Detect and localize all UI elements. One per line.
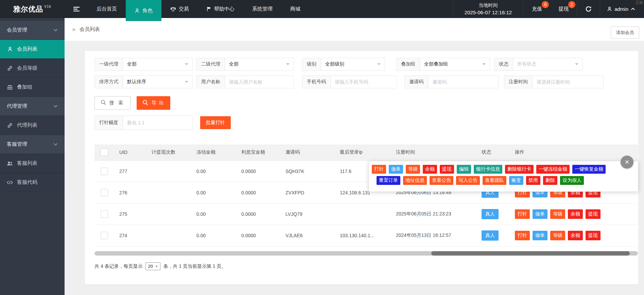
popup-action-button[interactable]: 禁用 (526, 176, 540, 185)
popup-action-button[interactable]: 提现 (440, 165, 454, 174)
export-search-icon (142, 100, 149, 107)
nav-item-roles[interactable]: 角色 (126, 0, 161, 21)
link-icon (7, 66, 13, 71)
popup-action-button[interactable]: 写入公告 (456, 176, 480, 185)
popup-action-button[interactable]: 设为假人 (560, 176, 584, 185)
row-action-button[interactable]: 余额 (568, 209, 583, 219)
sidebar-item-member-level[interactable]: 会员等级 (0, 59, 65, 78)
horizontal-scrollbar[interactable] (94, 251, 638, 256)
inject-range-input[interactable] (123, 116, 192, 129)
sidebar-item-support-list[interactable]: 客服列表 (0, 154, 65, 173)
cell: 0.0000 (236, 160, 280, 182)
sidebar-group-agent-management[interactable]: 代理管理 (0, 97, 65, 116)
row-checkbox[interactable] (101, 168, 108, 175)
sidebar-group-support-management[interactable]: 客服管理 (0, 135, 65, 154)
status-cell: 真人 (476, 203, 510, 225)
scrollbar-thumb[interactable] (431, 251, 630, 256)
filter-phone-input[interactable] (331, 76, 397, 88)
row-action-button[interactable]: 做单 (533, 209, 547, 219)
filter-stack-group-select[interactable]: 全部叠加组 (420, 58, 490, 70)
refresh-button[interactable] (577, 0, 600, 18)
page-size-value: 20 (148, 264, 153, 269)
recharge-link[interactable]: 充值 0 (524, 0, 550, 18)
sidebar-item-stack-group[interactable]: 叠加组 (0, 78, 65, 97)
status-badge[interactable]: 真人 (482, 209, 499, 219)
popup-action-button[interactable]: 删除银行卡 (505, 165, 534, 174)
withdraw-link[interactable]: 提现 2 (550, 0, 577, 18)
nav-item-help-center[interactable]: 帮助中心 (198, 0, 243, 18)
column-header: UID (114, 144, 146, 160)
column-header: 状态 (476, 144, 510, 160)
row-checkbox[interactable] (101, 189, 108, 196)
popup-action-button[interactable]: 重置订单 (377, 176, 400, 185)
add-member-button[interactable]: 添加会员 (611, 27, 639, 39)
popup-action-button[interactable]: 查看团队 (483, 176, 506, 185)
sidebar-item-member-list[interactable]: 会员列表 (0, 40, 65, 59)
sidebar-item-agent-list[interactable]: 代理列表 (0, 116, 65, 135)
nav-item-label: 系统管理 (252, 6, 273, 12)
filter-sort-order: 排序方式默认排序 (94, 75, 193, 88)
row-checkbox[interactable] (101, 232, 108, 239)
filter-register-time-input[interactable] (533, 76, 603, 88)
row-action-button[interactable]: 等级 (550, 231, 565, 240)
filter-level-select[interactable]: 全部级别 (321, 58, 385, 70)
person-icon (135, 8, 140, 13)
sidebar-toggle-icon[interactable] (70, 0, 83, 18)
popup-action-button[interactable]: 一键冻结金额 (536, 165, 570, 174)
status-badge[interactable]: 真人 (482, 230, 499, 241)
filter-register-time: 注册时间 (504, 75, 604, 88)
sidebar-group-member-management[interactable]: 会员管理 (0, 21, 65, 40)
popup-action-button[interactable]: 账变 (509, 176, 523, 185)
nav-item-label: 角色 (142, 7, 153, 14)
search-button[interactable]: 搜 索 (94, 96, 130, 110)
nav-item-system[interactable]: 系统管理 (243, 0, 281, 18)
nav-item-trade[interactable]: 交易 (161, 0, 198, 18)
popup-action-button[interactable]: 编辑 (457, 165, 471, 174)
nav-item-label: 帮助中心 (214, 6, 234, 12)
popup-action-button[interactable]: 等级 (406, 165, 420, 174)
filter-second-agent-select[interactable]: 全部 (225, 58, 294, 70)
people-icon (7, 161, 13, 166)
sidebar-item-support-code[interactable]: 客服代码 (0, 173, 65, 192)
popup-action-button[interactable]: 做单 (389, 165, 403, 174)
row-action-button[interactable]: 提现 (586, 231, 601, 240)
popup-action-button[interactable]: 删除 (543, 176, 557, 185)
select-all-header-cell (94, 144, 114, 160)
batch-inject-button[interactable]: 批量打针 (200, 116, 231, 129)
popup-close-button[interactable]: × (621, 156, 633, 169)
nav-item-home[interactable]: 后台首页 (88, 0, 126, 18)
select-all-checkbox[interactable] (101, 149, 108, 156)
row-action-button[interactable]: 打针 (515, 209, 530, 219)
popup-action-button[interactable]: 地址信息 (403, 176, 427, 185)
filter-username-input[interactable] (225, 76, 294, 88)
page-size-select[interactable]: 20∨ (145, 262, 161, 270)
filter-invite-code-input[interactable] (428, 76, 498, 88)
filter-status-select[interactable]: 所有状态 (513, 58, 582, 70)
actions-cell: 打针做单等级余额提现 (510, 203, 638, 225)
pagination: 共 4 条记录，每页显示 20∨ 条，共 1 页当前显示第 1 页。 (94, 262, 226, 270)
row-action-button[interactable]: 余额 (568, 231, 583, 240)
filter-first-agent-label: 一级代理 (95, 58, 123, 70)
selected-value: 全部级别 (325, 61, 344, 67)
row-action-button[interactable]: 做单 (533, 231, 547, 240)
page: 雅尔优品V16 后台首页角色交易帮助中心系统管理商城 当地时间 2025-06-… (0, 0, 644, 295)
filter-register-time-label: 注册时间 (504, 76, 533, 88)
list-icon (7, 85, 13, 90)
filter-first-agent-select[interactable]: 全部 (123, 58, 192, 70)
popup-action-button[interactable]: 查看公告 (430, 176, 453, 185)
popup-action-button[interactable]: 打针 (372, 165, 386, 174)
popup-action-button[interactable]: 余额 (423, 165, 437, 174)
filter-sort-order-select[interactable]: 默认排序 (123, 76, 192, 88)
row-action-button[interactable]: 打针 (515, 231, 530, 240)
local-time-value: 2025-06-07 12:16:12 (465, 9, 512, 16)
cell (146, 160, 191, 182)
popup-action-button[interactable]: 银行卡信息 (474, 165, 502, 174)
sidebar-item-label: 会员列表 (17, 46, 37, 52)
popup-action-button[interactable]: 一键恢复金额 (572, 165, 606, 174)
export-button[interactable]: 导 出 (137, 96, 170, 110)
row-action-button[interactable]: 等级 (550, 209, 565, 219)
row-action-button[interactable]: 提现 (586, 209, 601, 219)
row-checkbox[interactable] (101, 210, 108, 218)
nav-item-mall[interactable]: 商城 (281, 0, 309, 18)
filter-username-label: 用户名称 (197, 76, 225, 88)
